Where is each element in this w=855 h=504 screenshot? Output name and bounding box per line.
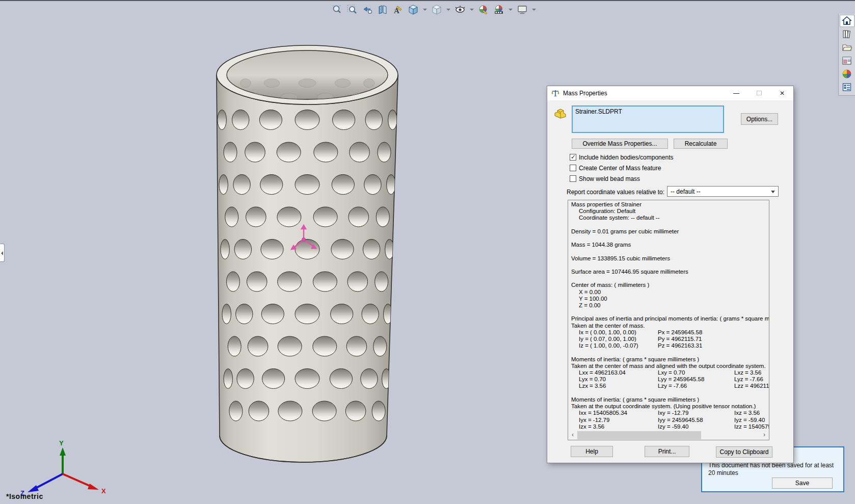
apply-scene-icon[interactable] [492,3,505,16]
notification-message: This document has not been saved for at … [708,462,836,477]
results-line: Surface area = 107446.95 square millimet… [571,269,769,275]
previous-view-icon[interactable] [361,3,374,16]
results-line: Taken at the center of mass and aligned … [571,363,769,369]
hide-show-items-icon[interactable] [453,3,467,16]
results-line [571,309,769,315]
results-line: Configuration: Default [571,208,769,215]
mass-properties-results-panel[interactable]: Mass properties of StrainerConfiguration… [568,200,769,440]
results-line: Taken at the output coordinate system. (… [571,403,769,410]
results-line: Taken at the center of mass. [571,323,769,329]
results-line: Ixx = 15405805.34Ixy = -12.79Ixz = 3.56 [571,410,769,416]
recalculate-button[interactable]: Recalculate [674,139,728,149]
section-view-icon[interactable] [376,3,389,16]
strainer-model[interactable] [189,28,433,476]
dropdown-value: -- default -- [671,188,701,195]
heads-up-toolbar: A [330,3,537,16]
checkbox-label: Create Center of Mass feature [579,165,661,172]
results-line [571,235,769,242]
task-pane-tabs [838,14,855,96]
save-button[interactable]: Save [772,478,833,489]
results-line: Coordinate system: -- default -- [571,215,769,221]
results-line: Density = 0.01 grams per cubic millimete… [571,228,769,235]
report-relative-label: Report coordinate values relative to: [567,189,664,196]
solidworks-window: A [0,0,855,504]
dialog-title: Mass Properties [563,90,607,97]
view-orientation-icon[interactable] [407,3,420,16]
view-palette-icon[interactable] [840,55,854,67]
zoom-to-area-icon[interactable] [345,3,359,16]
custom-properties-icon[interactable] [840,81,854,93]
scroll-right-icon[interactable]: › [760,431,768,439]
copy-to-clipboard-button[interactable]: Copy to Clipboard [716,446,772,458]
appearances-scenes-icon[interactable] [840,68,854,80]
options-button[interactable]: Options... [741,113,778,125]
results-line [571,222,769,228]
results-line [571,390,769,396]
create-center-of-mass-checkbox[interactable]: Create Center of Mass feature [570,164,661,172]
axis-y-label: Y [59,439,64,447]
axis-triad: Y Z X [8,436,110,500]
results-line: Izx = 3.56Izy = -59.40Izz = 15405758.27 [571,423,769,430]
include-hidden-bodies-checkbox[interactable]: Include hidden bodies/components [570,153,673,161]
view-settings-dropdown-icon[interactable] [532,9,536,11]
horizontal-scrollbar[interactable]: ‹ › [569,431,768,439]
mass-properties-dialog: Mass Properties — ✕ Strainer.SLDPRT Opti… [547,86,793,463]
feature-manager-collapsed-tab[interactable] [0,244,5,262]
chevron-down-icon [771,191,775,193]
results-line: Lyx = 0.70Lyy = 2459645.58Lyz = -7.66 [571,376,769,383]
show-weld-bead-mass-checkbox[interactable]: Show weld bead mass [570,175,640,182]
annotations-icon[interactable]: A [391,3,405,16]
minimize-button[interactable]: — [725,86,747,100]
view-orientation-dropdown-icon[interactable] [423,9,427,11]
results-line: Iy = ( 0.07, 0.00, 1.00)Py = 4962115.71 [571,336,769,342]
display-style-dropdown-icon[interactable] [446,9,450,11]
results-line: Moments of inertia: ( grams * square mil… [571,356,769,363]
help-button[interactable]: Help [571,446,613,457]
edit-appearance-icon[interactable] [477,3,490,16]
scrollbar-thumb[interactable] [577,431,701,439]
view-orientation-label: *Isometric [6,492,43,500]
results-line: Ix = ( 0.00, 1.00, 0.00)Px = 2459645.58 [571,329,769,336]
results-line: X = 0.00 [571,289,769,296]
zoom-to-fit-icon[interactable] [330,3,343,16]
results-line: Lxx = 4962163.04Lxy = 0.70Lxz = 3.56 [571,369,769,376]
apply-scene-dropdown-icon[interactable] [509,9,513,11]
results-line [571,349,769,356]
axis-x-label: X [101,487,106,495]
checkbox-label: Show weld bead mass [579,175,640,182]
results-line: Principal axes of inertia and principal … [571,315,769,322]
results-line: Mass = 1044.38 grams [571,242,769,248]
file-explorer-icon[interactable] [840,41,854,54]
solidworks-resources-icon[interactable] [840,15,854,27]
scroll-left-icon[interactable]: ‹ [569,431,577,439]
results-line: Z = 0.00 [571,302,769,309]
results-line: Moments of inertia: ( grams * square mil… [571,396,769,403]
results-line [571,248,769,255]
hide-show-items-dropdown-icon[interactable] [470,9,474,11]
results-line: Iz = ( 1.00, 0.00, -0.07)Pz = 4962163.31 [571,342,769,349]
results-line: Center of mass: ( millimeters ) [571,282,769,288]
checkbox-icon [570,165,576,171]
results-line [571,262,769,269]
close-button[interactable]: ✕ [771,86,793,100]
results-line: Lzx = 3.56Lzy = -7.66Lzz = 4962115.98 [571,383,769,389]
results-line: Volume = 133895.15 cubic millimeters [571,255,769,262]
view-settings-icon[interactable] [516,3,529,16]
results-line [571,275,769,282]
results-line: Iyx = -12.79Iyy = 2459645.58Iyz = -59.40 [571,417,769,423]
selection-box[interactable]: Strainer.SLDPRT [572,105,724,133]
maximize-button [748,86,770,100]
mass-properties-icon [551,89,559,97]
print-button[interactable]: Print... [645,446,689,457]
results-line: Mass properties of Strainer [571,201,769,208]
checkbox-icon [570,175,576,182]
coordinate-system-dropdown[interactable]: -- default -- [667,186,779,197]
results-line: Y = 100.00 [571,296,769,302]
display-style-icon[interactable] [430,3,443,16]
selected-part-name: Strainer.SLDPRT [575,108,622,115]
design-library-icon[interactable] [840,28,854,40]
override-mass-properties-button[interactable]: Override Mass Properties... [572,139,668,149]
part-icon [553,108,567,120]
checkbox-icon [570,154,576,161]
checkbox-label: Include hidden bodies/components [579,154,673,161]
